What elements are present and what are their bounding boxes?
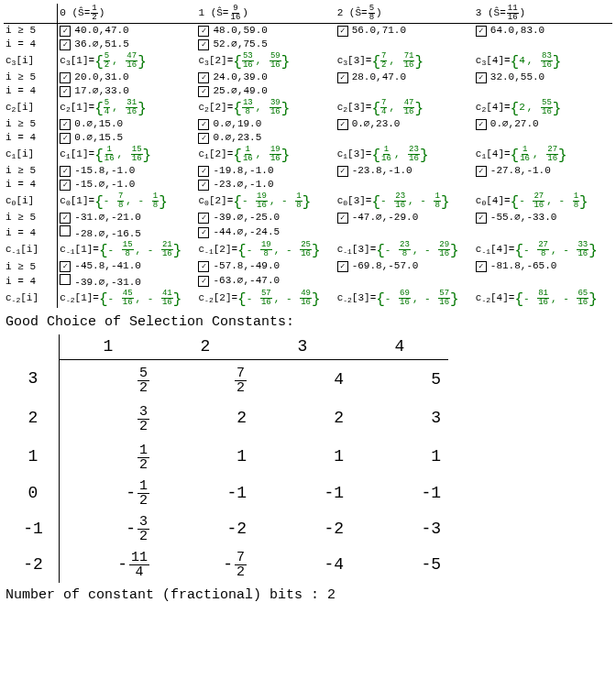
table-cell: ✓52.∅,75.5 [196, 38, 335, 51]
checkbox-icon: ✓ [337, 119, 348, 130]
table-cell [336, 131, 474, 145]
sel-cell: 4 [254, 360, 351, 400]
table-cell: c-2[1]={- 4516, - 4116} [58, 289, 197, 308]
row-label: i = 4 [4, 178, 58, 192]
checkbox-icon: ✓ [476, 119, 487, 130]
sel-cell: -4 [254, 547, 351, 583]
sel-cell: 52 [60, 360, 158, 400]
table-cell: ✓0.∅,23.5 [196, 131, 335, 145]
sel-cell: -1 [351, 476, 448, 511]
table-cell: c-1[2]={- 198, - 2516} [196, 240, 335, 259]
sel-col-3: 3 [254, 334, 351, 360]
table-cell: ✓0.∅,27.0 [474, 117, 612, 131]
col-header-0: 0 (Ŝ=12) [58, 4, 197, 24]
checkbox-icon: ✓ [337, 72, 348, 83]
table-cell: ✓32.0,55.0 [474, 71, 612, 84]
table-cell: ✓-15.∅,-1.0 [58, 178, 197, 192]
constraints-table: 0 (Ŝ=12) 1 (Ŝ=916) 2 (Ŝ=58) 3 (Ŝ=1116) i… [4, 4, 612, 308]
sel-cell: -32 [60, 511, 158, 547]
checkbox-icon [60, 274, 71, 285]
footer-text: Number of constant (fractional) bits : 2 [6, 588, 612, 604]
row-label: i = 4 [4, 84, 58, 98]
blank-corner [4, 4, 58, 24]
row-label: c1[i] [4, 145, 58, 164]
sel-col-2: 2 [157, 334, 254, 360]
checkbox-icon [60, 225, 71, 236]
checkbox-icon: ✓ [60, 119, 71, 130]
table-cell [474, 273, 612, 289]
row-label: i ≥ 5 [4, 71, 58, 84]
sel-blank-corner [7, 334, 60, 360]
table-cell: ✓20.0,31.0 [58, 71, 197, 84]
sel-cell: -2 [254, 511, 351, 547]
checkbox-icon: ✓ [60, 72, 71, 83]
table-cell: ✓-45.8,-41.0 [58, 259, 197, 273]
checkbox-icon: ✓ [60, 133, 71, 144]
row-label: i ≥ 5 [4, 259, 58, 273]
checkbox-icon: ✓ [337, 213, 348, 224]
checkbox-icon: ✓ [60, 261, 71, 272]
table-cell: c2[2]={138, 3916} [196, 98, 335, 117]
table-cell: c1[2]={116, 1916} [196, 145, 335, 164]
table-cell: c0[4]={- 2716, - 18} [474, 192, 612, 211]
sel-cell: 72 [157, 360, 254, 400]
sel-cell: 2 [157, 399, 254, 437]
table-cell: ✓-19.8,-1.0 [196, 164, 335, 178]
checkbox-icon: ✓ [60, 86, 71, 97]
checkbox-icon: ✓ [198, 180, 209, 191]
col-header-3: 3 (Ŝ=1116) [474, 4, 612, 24]
table-cell: ✓0.∅,23.0 [336, 117, 474, 131]
sel-row-label: 3 [7, 360, 60, 400]
checkbox-icon: ✓ [198, 213, 209, 224]
row-label: i = 4 [4, 131, 58, 145]
table-cell: c3[2]={5316, 5916} [196, 51, 335, 71]
row-label: i = 4 [4, 38, 58, 51]
checkbox-icon: ✓ [476, 166, 487, 177]
sel-row-label: 0 [7, 476, 60, 511]
table-cell [474, 84, 612, 98]
sel-cell: -1 [157, 476, 254, 511]
checkbox-icon: ✓ [198, 26, 209, 37]
row-label: i ≥ 5 [4, 164, 58, 178]
checkbox-icon: ✓ [198, 86, 209, 97]
table-cell: c0[3]={- 2316, - 18} [336, 192, 474, 211]
table-cell [474, 178, 612, 192]
checkbox-icon: ✓ [198, 72, 209, 83]
table-cell: ✓48.0,59.0 [196, 24, 335, 38]
row-label: c3[i] [4, 51, 58, 71]
table-cell: c2[3]={74, 4716} [336, 98, 474, 117]
section-heading: Good Choice of Selection Constants: [6, 315, 612, 331]
table-cell: c-1[4]={- 278, - 3316} [474, 240, 612, 259]
col-header-2: 2 (Ŝ=58) [336, 4, 474, 24]
table-cell [474, 38, 612, 51]
table-cell: ✓-57.8,-49.0 [196, 259, 335, 273]
sel-cell: 2 [254, 399, 351, 437]
table-cell: ✓-47.∅,-29.0 [336, 211, 474, 225]
sel-cell: 3 [351, 399, 448, 437]
table-cell: ✓64.0,83.0 [474, 24, 612, 38]
checkbox-icon: ✓ [476, 26, 487, 37]
checkbox-icon: ✓ [337, 261, 348, 272]
sel-row-label: -1 [7, 511, 60, 547]
table-cell: ✓-27.8,-1.0 [474, 164, 612, 178]
table-cell: ✓-23.8,-1.0 [336, 164, 474, 178]
sel-cell: -12 [60, 476, 158, 511]
sel-cell: 1 [254, 437, 351, 476]
table-cell: ✓28.0,47.0 [336, 71, 474, 84]
table-cell: ✓0.∅,19.0 [196, 117, 335, 131]
sel-row-label: -2 [7, 547, 60, 583]
row-label: i ≥ 5 [4, 211, 58, 225]
checkbox-icon: ✓ [198, 39, 209, 50]
table-cell: c3[3]={72, 7116} [336, 51, 474, 71]
table-cell: c2[1]={54, 3116} [58, 98, 197, 117]
row-label: c2[i] [4, 98, 58, 117]
checkbox-icon: ✓ [60, 39, 71, 50]
row-label: c0[i] [4, 192, 58, 211]
table-cell: -39.∅,-31.0 [58, 273, 197, 289]
checkbox-icon: ✓ [476, 261, 487, 272]
sel-cell: 32 [60, 399, 158, 437]
table-cell [336, 273, 474, 289]
sel-cell: -2 [157, 511, 254, 547]
sel-col-1: 1 [60, 334, 158, 360]
sel-cell: -3 [351, 511, 448, 547]
